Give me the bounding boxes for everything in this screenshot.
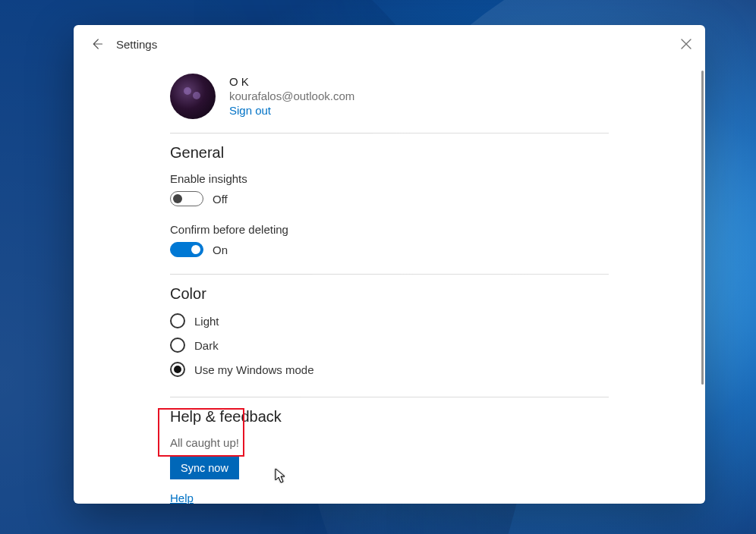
enable-insights-toggle[interactable] (170, 191, 203, 206)
color-dark-option[interactable]: Dark (170, 338, 609, 353)
general-heading: General (170, 144, 609, 162)
help-link[interactable]: Help (170, 492, 609, 504)
color-windows-label: Use my Windows mode (194, 363, 314, 376)
arrow-left-icon (90, 37, 103, 51)
radio-icon (170, 338, 185, 353)
settings-body: O K kourafalos@outlook.com Sign out Gene… (74, 63, 705, 504)
content: O K kourafalos@outlook.com Sign out Gene… (170, 74, 609, 504)
back-button[interactable] (87, 35, 106, 53)
scroll-area: O K kourafalos@outlook.com Sign out Gene… (74, 63, 699, 504)
desktop-background: Settings O K kourafalos@outlook.com Sign… (0, 0, 756, 534)
account-text: O K kourafalos@outlook.com Sign out (229, 74, 354, 117)
avatar (170, 74, 216, 119)
enable-insights-state: Off (213, 193, 228, 206)
sign-out-link[interactable]: Sign out (229, 104, 354, 117)
color-dark-label: Dark (194, 339, 219, 352)
enable-insights-row: Off (170, 191, 609, 206)
divider (170, 397, 609, 397)
color-light-label: Light (194, 315, 219, 328)
color-heading: Color (170, 285, 609, 303)
enable-insights-label: Enable insights (170, 172, 609, 185)
sync-now-button[interactable]: Sync now (170, 457, 239, 479)
confirm-delete-label: Confirm before deleting (170, 223, 609, 236)
confirm-delete-row: On (170, 242, 609, 257)
close-icon (681, 39, 691, 49)
titlebar: Settings (74, 25, 705, 63)
scrollbar[interactable] (701, 71, 704, 473)
color-windows-option[interactable]: Use my Windows mode (170, 362, 609, 377)
divider (170, 274, 609, 275)
settings-window: Settings O K kourafalos@outlook.com Sign… (74, 25, 705, 504)
scrollbar-thumb[interactable] (701, 71, 704, 385)
confirm-delete-toggle[interactable] (170, 242, 203, 257)
confirm-delete-state: On (213, 243, 228, 256)
page-title: Settings (116, 38, 157, 51)
account-name: O K (229, 75, 354, 88)
color-light-option[interactable]: Light (170, 313, 609, 328)
close-button[interactable] (678, 36, 695, 52)
sync-status: All caught up! (170, 436, 609, 449)
account-section: O K kourafalos@outlook.com Sign out (170, 74, 609, 133)
help-heading: Help & feedback (170, 408, 609, 426)
account-email: kourafalos@outlook.com (229, 90, 354, 102)
divider (170, 133, 609, 134)
radio-icon (170, 362, 185, 377)
radio-icon (170, 313, 185, 328)
